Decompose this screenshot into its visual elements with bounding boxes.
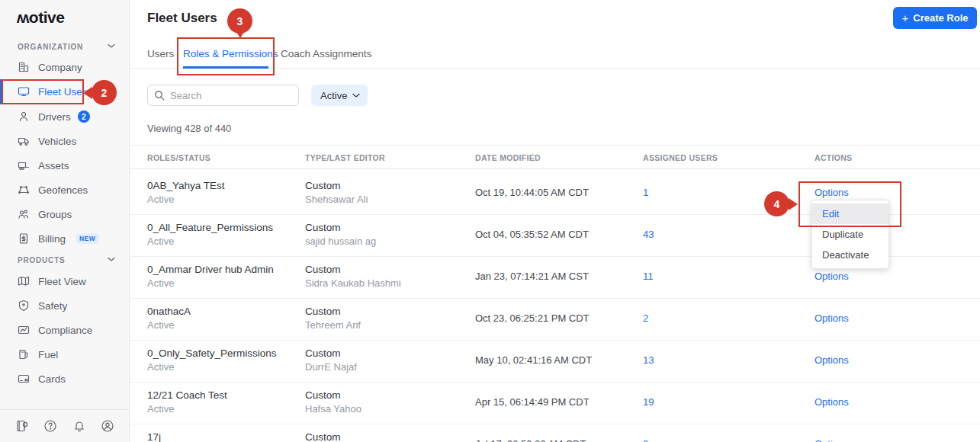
options-link[interactable]: Options [815, 354, 849, 366]
table-header: ROLES/STATUS TYPE/LAST EDITOR DATE MODIF… [130, 145, 980, 169]
sidebar-section-organization: ORGANIZATION [18, 43, 83, 51]
sidebar-item-label: Fleet View [38, 276, 86, 287]
monitor-icon [18, 85, 30, 98]
sidebar-item-label: Assets [38, 160, 69, 171]
sidebar-item-label: Company [38, 62, 82, 73]
notifications-bell-icon[interactable] [68, 415, 91, 437]
plus-icon: + [901, 11, 908, 24]
sidebar-item-assets[interactable]: Assets [0, 153, 130, 178]
last-editor: Tehreem Arif [305, 319, 361, 331]
sidebar-item-geofences[interactable]: Geofences [0, 178, 130, 202]
annotation-step-4: 4 [764, 191, 789, 216]
sidebar-item-label: Drivers [38, 111, 71, 123]
company-building-icon [18, 61, 30, 73]
chart-icon [18, 324, 30, 336]
assigned-users-link[interactable]: 1 [643, 187, 648, 198]
options-link[interactable]: Options [815, 396, 849, 408]
billing-document-icon [18, 232, 30, 245]
options-dropdown-menu: Edit Duplicate Deactivate [811, 200, 889, 269]
role-name: 0_All_Feature_Permissions [147, 222, 273, 233]
date-modified: Apr 15, 06:14:49 PM CDT [475, 396, 590, 408]
assigned-users-link[interactable]: 3 [643, 438, 648, 442]
trailer-icon [18, 159, 30, 171]
role-type: Custom [305, 431, 341, 442]
assigned-users-link[interactable]: 11 [643, 271, 654, 282]
role-name: 0_Only_Safety_Permissions [147, 348, 277, 359]
role-type: Custom [305, 222, 341, 233]
options-link[interactable]: Options [815, 312, 849, 324]
results-summary: Viewing 428 of 440 [147, 123, 231, 134]
column-header-actions: ACTIONS [815, 153, 852, 162]
new-badge: NEW [76, 233, 99, 244]
tab-users[interactable]: Users [147, 48, 174, 59]
sidebar-item-safety[interactable]: Safety [0, 293, 130, 318]
column-header-roles-status: ROLES/STATUS [147, 153, 210, 162]
sidebar-item-drivers[interactable]: Drivers 2 [0, 104, 130, 129]
assigned-users-link[interactable]: 13 [643, 354, 654, 366]
sidebar-item-company[interactable]: Company [0, 55, 130, 79]
sidebar: ʍotive ORGANIZATION Company Fleet Users … [0, 0, 130, 442]
table-row: 0nathacA Active Custom Tehreem Arif Oct … [130, 299, 980, 341]
chevron-down-icon [352, 92, 360, 98]
options-link[interactable]: Options [815, 271, 849, 282]
search-input[interactable] [170, 90, 284, 101]
help-icon[interactable] [39, 415, 62, 437]
role-status: Active [147, 277, 174, 289]
annotation-step-3: 3 [227, 8, 252, 34]
menu-item-duplicate[interactable]: Duplicate [812, 224, 888, 245]
last-editor: Sidra Kaukab Hashmi [305, 277, 401, 289]
menu-item-deactivate[interactable]: Deactivate [812, 245, 888, 265]
map-icon [18, 275, 30, 287]
date-modified: Jul 17, 03:50:36 AM CDT [475, 438, 586, 442]
active-item-indicator [0, 79, 2, 104]
sidebar-item-label: Billing [38, 233, 66, 245]
sidebar-item-fuel[interactable]: Fuel [0, 342, 130, 367]
sidebar-item-label: Cards [38, 373, 66, 385]
sidebar-item-label: Compliance [38, 325, 92, 336]
date-modified: May 10, 02:41:16 AM CDT [475, 354, 592, 366]
status-filter-dropdown[interactable]: Active [311, 85, 368, 106]
role-name: 0nathacA [147, 306, 191, 317]
assigned-users-link[interactable]: 19 [643, 396, 654, 408]
options-link[interactable]: Options [815, 187, 849, 198]
last-editor: Hafsa Yahoo [305, 403, 361, 415]
drivers-count-badge: 2 [78, 110, 90, 123]
date-modified: Oct 04, 05:35:52 AM CDT [475, 229, 589, 240]
role-type: Custom [305, 389, 341, 401]
create-role-button[interactable]: + Create Role [893, 7, 977, 29]
sidebar-item-groups[interactable]: Groups [0, 202, 130, 226]
credit-card-icon [18, 373, 30, 385]
assigned-users-link[interactable]: 43 [643, 229, 654, 240]
role-type: Custom [305, 306, 341, 317]
date-modified: Oct 19, 10:44:05 AM CDT [475, 187, 589, 198]
assigned-users-link[interactable]: 2 [643, 312, 648, 324]
table-row: 0_Only_Safety_Permissions Active Custom … [130, 341, 980, 383]
sidebar-item-compliance[interactable]: Compliance [0, 318, 130, 342]
tab-roles-permissions[interactable]: Roles & Permissions [183, 48, 278, 59]
search-input-wrapper [147, 85, 299, 106]
role-type: Custom [305, 264, 341, 275]
account-icon[interactable] [96, 415, 119, 437]
role-status: Active [147, 235, 174, 247]
role-type: Custom [305, 180, 341, 191]
active-tab-underline [183, 66, 268, 69]
chevron-down-icon[interactable] [108, 43, 115, 49]
last-editor: sajid hussain ag [305, 235, 376, 247]
role-name: 0_Ammar Driver hub Admin [147, 264, 274, 275]
options-link[interactable]: Options [815, 438, 849, 442]
sidebar-item-vehicles[interactable]: Vehicles [0, 129, 130, 153]
person-icon [18, 110, 30, 123]
motive-logo: ʍotive [17, 8, 64, 27]
sidebar-item-cards[interactable]: Cards [0, 367, 130, 391]
sidebar-item-fleet-view[interactable]: Fleet View [0, 269, 130, 293]
chevron-down-icon[interactable] [108, 256, 115, 262]
shield-icon [18, 299, 30, 312]
menu-item-edit[interactable]: Edit [812, 203, 888, 224]
role-name: 17j [147, 431, 161, 442]
annotation-step-2: 2 [92, 80, 117, 105]
sidebar-item-label: Safety [38, 300, 67, 312]
sidebar-item-billing[interactable]: Billing NEW [0, 226, 130, 251]
tab-coach-assignments[interactable]: Coach Assignments [281, 48, 371, 59]
sidebar-section-products: PRODUCTS [18, 256, 66, 264]
logbook-icon[interactable] [11, 415, 34, 437]
